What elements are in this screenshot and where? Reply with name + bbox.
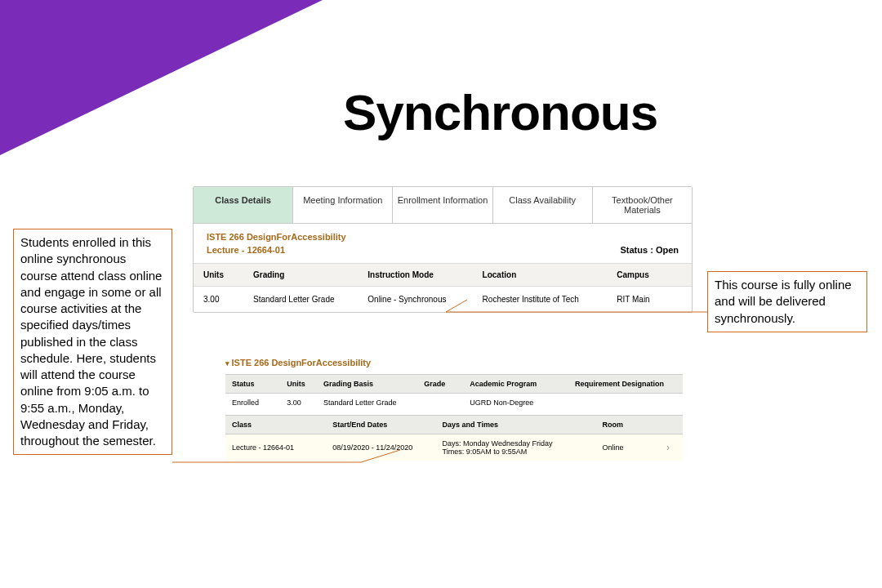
schedule-course-title[interactable]: ISTE 266 DesignForAccessibility (225, 353, 683, 374)
table-row[interactable]: Lecture - 12664-01 08/19/2020 - 11/24/20… (225, 434, 683, 461)
annotation-left: Students enrolled in this online synchro… (13, 229, 172, 455)
col-units: Units (194, 264, 243, 287)
cell-room: Online (596, 434, 660, 461)
category-label: Online (215, 96, 286, 122)
col-requirement-designation: Requirement Designation (568, 375, 683, 394)
tab-bar: Class Details Meeting Information Enroll… (194, 187, 692, 224)
class-details-panel: Class Details Meeting Information Enroll… (193, 186, 693, 313)
cell-units: 3.00 (194, 287, 243, 313)
col-class: Class (225, 416, 326, 434)
tab-class-availability[interactable]: Class Availability (493, 187, 593, 223)
cell-units: 3.00 (280, 394, 317, 412)
col-campus: Campus (607, 264, 692, 287)
col-units: Units (280, 375, 317, 394)
details-table: Units Grading Instruction Mode Location … (194, 263, 692, 312)
cell-status: Enrolled (225, 394, 280, 412)
meeting-table: Class Start/End Dates Days and Times Roo… (225, 415, 683, 461)
tab-class-details[interactable]: Class Details (194, 187, 293, 223)
section-label: Lecture - 12664-01 (207, 245, 285, 255)
annotation-right: This course is fully online and will be … (707, 271, 867, 332)
cell-class: Lecture - 12664-01 (225, 434, 326, 461)
cell-location: Rochester Institute of Tech (473, 287, 608, 313)
cell-campus: RIT Main (607, 287, 692, 313)
header-triangle (0, 0, 323, 155)
cell-instruction-mode: Online - Synchronous (358, 287, 472, 313)
col-status: Status (225, 375, 280, 394)
col-grading: Grading (243, 264, 358, 287)
enrollment-table: Status Units Grading Basis Grade Academi… (225, 374, 683, 412)
cell-academic-program: UGRD Non-Degree (463, 394, 568, 412)
cell-days-times: Days: Monday Wednesday Friday Times: 9:0… (436, 434, 596, 461)
col-academic-program: Academic Program (463, 375, 568, 394)
col-instruction-mode: Instruction Mode (358, 264, 472, 287)
table-row: 3.00 Standard Letter Grade Online - Sync… (194, 287, 692, 313)
cell-dates: 08/19/2020 - 11/24/2020 (326, 434, 435, 461)
tab-meeting-information[interactable]: Meeting Information (293, 187, 393, 223)
cell-grading: Standard Letter Grade (243, 287, 358, 313)
cell-grade (417, 394, 463, 412)
course-title: ISTE 266 DesignForAccessibility (194, 224, 692, 243)
chevron-right-icon[interactable]: › (660, 434, 683, 461)
page-title: Synchronous (343, 83, 657, 141)
status-label: Status : Open (620, 245, 679, 255)
col-grading-basis: Grading Basis (317, 375, 417, 394)
tab-textbook-materials[interactable]: Textbook/Other Materials (593, 187, 692, 223)
cell-req-designation (568, 394, 683, 412)
col-dates: Start/End Dates (326, 416, 435, 434)
cell-grading-basis: Standard Letter Grade (317, 394, 417, 412)
tab-enrollment-information[interactable]: Enrollment Information (393, 187, 492, 223)
schedule-panel: ISTE 266 DesignForAccessibility Status U… (225, 353, 683, 461)
col-room: Room (596, 416, 660, 434)
table-row: Enrolled 3.00 Standard Letter Grade UGRD… (225, 394, 683, 412)
col-location: Location (473, 264, 608, 287)
col-days-times: Days and Times (436, 416, 596, 434)
col-grade: Grade (417, 375, 463, 394)
